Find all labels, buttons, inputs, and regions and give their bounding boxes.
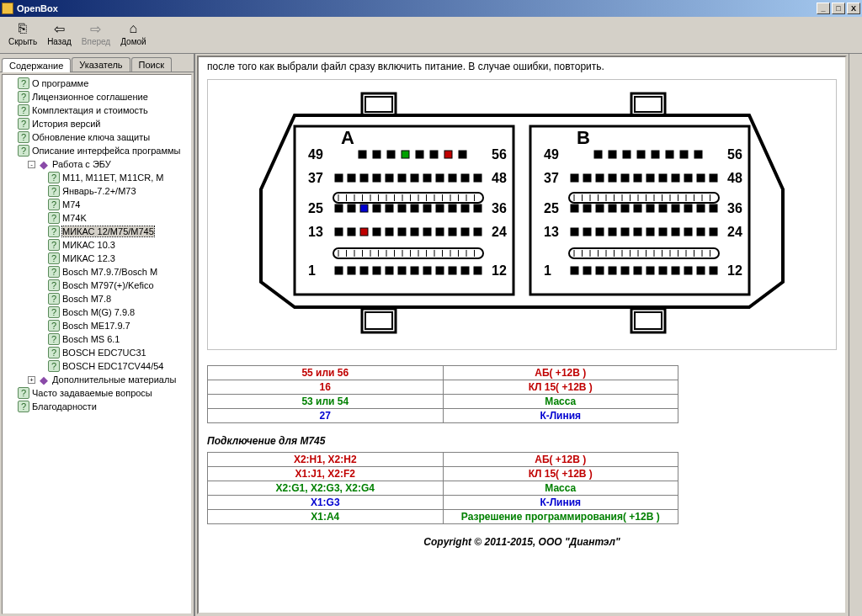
tree-item[interactable]: ?M74 (4, 198, 189, 211)
svg-rect-114 (461, 267, 469, 274)
signal-cell: КЛ 15( +12В ) (443, 467, 678, 481)
home-button[interactable]: ⌂ Домой (115, 19, 151, 51)
tree-item[interactable]: ?Bosch M7.9.7/Bosch M (4, 265, 189, 279)
forward-button[interactable]: ⇨ Вперед (77, 19, 115, 51)
tree-item[interactable]: ?Январь-7.2+/M73 (4, 184, 189, 198)
tree-item[interactable]: ?МИКАС 12/M75/M745 (4, 225, 189, 238)
book-icon: ◆ (38, 374, 50, 385)
svg-rect-84 (436, 204, 444, 212)
tree-item[interactable]: -◆Работа с ЭБУ (4, 157, 189, 171)
svg-rect-177 (710, 174, 717, 182)
svg-rect-162 (680, 151, 688, 158)
tree-item-label: M74 (62, 199, 80, 210)
hide-button[interactable]: ⎘ Скрыть (3, 19, 42, 51)
minimize-button[interactable]: _ (817, 3, 830, 14)
svg-rect-56 (416, 151, 423, 158)
help-icon: ? (48, 360, 60, 372)
tree-item[interactable]: ?Комплектация и стоимость (4, 104, 189, 117)
svg-rect-169 (609, 174, 616, 182)
close-button[interactable]: X (847, 3, 860, 14)
svg-rect-115 (474, 267, 482, 274)
svg-rect-116 (569, 193, 719, 203)
pin-cell: 53 или 54 (208, 395, 444, 409)
svg-rect-175 (684, 174, 692, 182)
tree-item[interactable]: ?Bosch M(G) 7.9.8 (4, 305, 189, 319)
help-icon: ? (48, 185, 60, 197)
svg-text:49: 49 (544, 147, 559, 162)
tree-item[interactable]: ?О программе (4, 77, 189, 90)
tree-item-label: BOSCH EDC17CV44/54 (62, 361, 163, 371)
svg-text:56: 56 (727, 147, 742, 162)
svg-rect-76 (335, 204, 343, 212)
pin-cell: 55 или 56 (208, 366, 444, 380)
svg-rect-67 (398, 174, 406, 182)
help-icon: ? (18, 387, 29, 399)
tree-item[interactable]: ?Часто задаваемые вопросы (4, 386, 189, 400)
svg-rect-87 (474, 204, 482, 212)
back-button[interactable]: ⇦ Назад (42, 19, 77, 51)
pin-cell: X1:J1, X2:F2 (208, 467, 444, 481)
svg-rect-63 (348, 174, 355, 182)
tree-item[interactable]: +◆Дополнительные материалы (4, 373, 189, 386)
svg-rect-187 (659, 204, 667, 212)
svg-rect-104 (335, 267, 343, 274)
expand-icon[interactable]: - (28, 161, 35, 168)
hide-icon: ⎘ (13, 20, 32, 37)
tree-item-label: Комплектация и стоимость (32, 105, 148, 115)
vertical-scrollbar[interactable] (849, 54, 862, 616)
svg-text:48: 48 (492, 171, 507, 185)
svg-rect-176 (697, 174, 705, 182)
tree-item[interactable]: ?Благодарности (4, 400, 189, 413)
svg-rect-211 (609, 267, 616, 274)
tree-item[interactable]: ?Обновление ключа защиты (4, 130, 189, 144)
svg-rect-202 (672, 228, 679, 236)
svg-text:24: 24 (727, 225, 742, 239)
tab-search[interactable]: Поиск (131, 57, 172, 72)
expand-icon[interactable]: + (28, 376, 35, 384)
tree-item-label: История версий (32, 119, 100, 129)
svg-rect-171 (634, 174, 641, 182)
tree-item[interactable]: ?МИКАС 12.3 (4, 252, 189, 265)
tree-view[interactable]: ?О программе?Лицензионное соглашение?Ком… (2, 74, 192, 614)
svg-rect-65 (373, 174, 380, 182)
pin-cell: 16 (208, 380, 444, 395)
tree-item[interactable]: ?Bosch M797(+)/Kefico (4, 279, 189, 292)
tree-item[interactable]: ?Описание интерфейса программы (4, 144, 189, 157)
svg-text:25: 25 (544, 201, 559, 215)
tree-item-label: Bosch M7.9.7/Bosch M (62, 267, 157, 277)
svg-rect-156 (594, 151, 602, 158)
help-icon: ? (18, 118, 29, 130)
svg-rect-217 (684, 267, 692, 274)
maximize-button[interactable]: □ (832, 3, 845, 14)
svg-rect-73 (474, 174, 482, 182)
m745-title: Подключение для M745 (207, 435, 837, 447)
tab-contents[interactable]: Содержание (2, 58, 71, 72)
svg-rect-7 (365, 312, 392, 329)
svg-rect-57 (430, 151, 438, 158)
pin-cell: 27 (208, 409, 444, 423)
tree-item[interactable]: ?M74K (4, 211, 189, 225)
tree-item[interactable]: ?BOSCH EDC7UC31 (4, 346, 189, 359)
svg-rect-185 (634, 204, 641, 212)
tree-item-label: BOSCH EDC7UC31 (62, 348, 146, 358)
sidebar-tabs: Содержание Указатель Поиск (0, 54, 194, 72)
help-icon: ? (48, 347, 60, 358)
tree-item[interactable]: ?BOSCH EDC17CV44/54 (4, 359, 189, 373)
tree-item[interactable]: ?Лицензионное соглашение (4, 90, 189, 104)
tree-item[interactable]: ?Bosch ME17.9.7 (4, 319, 189, 332)
help-icon: ? (48, 172, 60, 183)
tree-item-label: Описание интерфейса программы (32, 146, 181, 156)
tree-item[interactable]: ?M11, M11ET, M11CR, M (4, 171, 189, 184)
svg-rect-183 (609, 204, 616, 212)
tree-item[interactable]: ?История версий (4, 117, 189, 130)
book-icon: ◆ (38, 158, 50, 170)
tree-item[interactable]: ?МИКАС 10.3 (4, 238, 189, 252)
svg-rect-91 (348, 228, 355, 236)
tab-index[interactable]: Указатель (72, 57, 130, 72)
content-pane[interactable]: после того как выбрали файл сразу включи… (197, 56, 847, 614)
tree-item[interactable]: ?Bosch MS 6.1 (4, 332, 189, 346)
tree-item[interactable]: ?Bosch M7.8 (4, 292, 189, 305)
svg-rect-12 (333, 193, 483, 203)
svg-text:13: 13 (308, 225, 323, 239)
svg-rect-210 (596, 267, 604, 274)
